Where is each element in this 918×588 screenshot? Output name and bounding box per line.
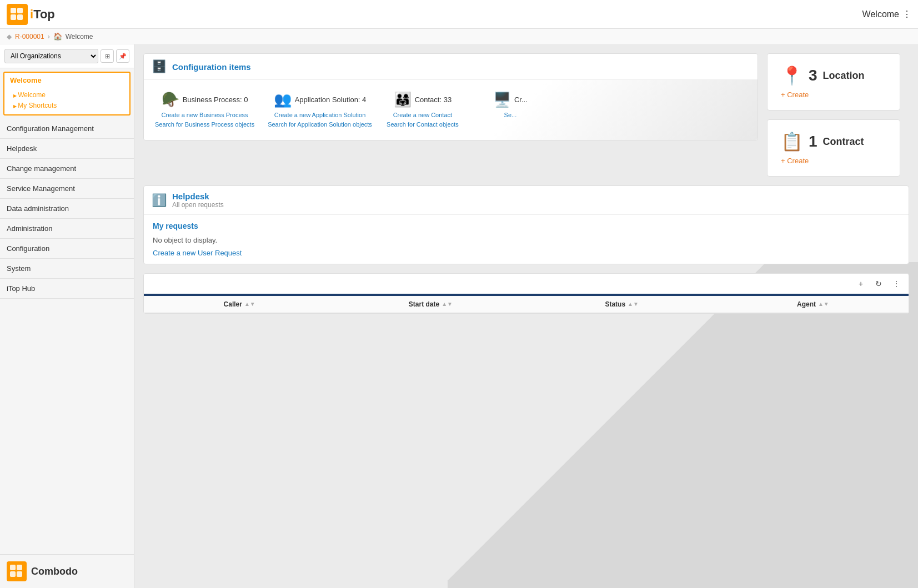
sidebar-welcome-title[interactable]: Welcome bbox=[4, 73, 129, 88]
contract-icon: 📋 bbox=[781, 131, 803, 152]
sidebar-item-change-management[interactable]: Change management bbox=[0, 159, 134, 179]
table-toolbar: + ↻ ⋮ bbox=[144, 274, 909, 294]
svg-rect-0 bbox=[11, 8, 16, 13]
ci-partial: 🖥️ Cr... Se... bbox=[469, 87, 552, 133]
breadcrumb-nav-icon: ◆ bbox=[7, 33, 12, 41]
ci-bp-links: Create a new Business Process Search for… bbox=[155, 110, 254, 129]
col-agent-label: Agent bbox=[797, 300, 816, 308]
table-menu-btn[interactable]: ⋮ bbox=[890, 277, 903, 290]
breadcrumb-welcome: Welcome bbox=[66, 33, 93, 41]
ci-bp-create-link[interactable]: Create a new Business Process bbox=[155, 110, 254, 120]
col-status-sort: ▲▼ bbox=[628, 301, 639, 307]
ci-as-search-link[interactable]: Search for Application Solution objects bbox=[268, 120, 372, 129]
col-status[interactable]: Status ▲▼ bbox=[526, 300, 718, 308]
helpdesk-icon: ℹ️ bbox=[152, 193, 167, 208]
col-status-label: Status bbox=[605, 300, 625, 308]
no-objects-text: No object to display. bbox=[153, 236, 900, 244]
col-caller-sort: ▲▼ bbox=[244, 301, 255, 307]
ci-bp-label: Business Process: 0 bbox=[183, 96, 248, 104]
logo-area: iTop bbox=[7, 4, 55, 25]
ci-partial-top: 🖥️ Cr... bbox=[493, 91, 528, 108]
contract-tile: 📋 1 Contract + Create bbox=[767, 119, 900, 177]
location-tile: 📍 3 Location + Create bbox=[767, 53, 900, 110]
combodo-logo-icon bbox=[7, 561, 27, 581]
breadcrumb-home-icon: 🏠 bbox=[53, 32, 62, 41]
welcome-top-label: Welcome bbox=[862, 9, 899, 19]
config-items-header: 🗄️ Configuration items bbox=[144, 54, 758, 80]
table-add-btn[interactable]: + bbox=[854, 277, 867, 290]
sidebar-item-configuration[interactable]: Configuration bbox=[0, 239, 134, 259]
col-caller-label: Caller bbox=[224, 300, 242, 308]
ci-as-links: Create a new Application Solution Search… bbox=[268, 110, 372, 129]
sidebar-item-itop-hub[interactable]: iTop Hub bbox=[0, 279, 134, 299]
logo-text: iTop bbox=[30, 7, 55, 22]
sidebar-item-helpdesk[interactable]: Helpdesk bbox=[0, 139, 134, 159]
helpdesk-titles: Helpdesk All open requests bbox=[172, 192, 224, 209]
location-label: Location bbox=[823, 70, 865, 82]
top-header: iTop Welcome ⋮ bbox=[0, 0, 918, 29]
contract-count: 1 bbox=[809, 133, 817, 150]
svg-rect-1 bbox=[17, 8, 23, 13]
svg-rect-3 bbox=[17, 14, 23, 20]
ci-as-icon: 👥 bbox=[274, 91, 292, 108]
content-inner: 🗄️ Configuration items 🪖 Business Proces… bbox=[143, 53, 909, 314]
helpdesk-title: Helpdesk bbox=[172, 192, 224, 201]
col-start-date-label: Start date bbox=[409, 300, 439, 308]
col-caller[interactable]: Caller ▲▼ bbox=[144, 300, 335, 308]
col-start-date[interactable]: Start date ▲▼ bbox=[335, 300, 526, 308]
sidebar-item-system[interactable]: System bbox=[0, 259, 134, 279]
config-items-icon: 🗄️ bbox=[152, 59, 167, 74]
tiles-section: 📍 3 Location + Create 📋 1 Contract bbox=[767, 53, 909, 177]
ci-bp-icon: 🪖 bbox=[162, 91, 179, 108]
ci-contact-create-link[interactable]: Create a new Contact bbox=[387, 110, 459, 120]
ci-contact: 👨‍👩‍👧 Contact: 33 Create a new Contact S… bbox=[381, 87, 464, 133]
org-select[interactable]: All Organizations bbox=[4, 49, 98, 63]
table-headers: Caller ▲▼ Start date ▲▼ Status ▲▼ Agent … bbox=[144, 296, 909, 313]
main-layout: All Organizations ⊞ 📌 Welcome Welcome My… bbox=[0, 44, 918, 588]
sidebar-welcome-links: Welcome My Shortcuts bbox=[4, 88, 129, 114]
sidebar: All Organizations ⊞ 📌 Welcome Welcome My… bbox=[0, 44, 134, 588]
contract-create-link[interactable]: + Create bbox=[781, 157, 809, 165]
ci-bp-search-link[interactable]: Search for Business Process objects bbox=[155, 120, 254, 129]
ci-bp-top: 🪖 Business Process: 0 bbox=[162, 91, 248, 108]
my-requests-title: My requests bbox=[153, 222, 900, 230]
breadcrumb: ◆ R-000001 › 🏠 Welcome bbox=[0, 29, 918, 44]
org-tree-btn[interactable]: ⊞ bbox=[101, 49, 114, 63]
svg-rect-7 bbox=[17, 571, 22, 577]
welcome-menu-btn[interactable]: ⋮ bbox=[902, 9, 911, 19]
col-start-date-sort: ▲▼ bbox=[442, 301, 453, 307]
config-items-title: Configuration items bbox=[172, 62, 251, 72]
ci-partial-icon: 🖥️ bbox=[493, 91, 511, 108]
helpdesk-body: My requests No object to display. Create… bbox=[144, 215, 909, 264]
ci-as-create-link[interactable]: Create a new Application Solution bbox=[268, 110, 372, 120]
location-icon: 📍 bbox=[781, 65, 803, 86]
config-items-section: 🗄️ Configuration items 🪖 Business Proces… bbox=[143, 53, 758, 177]
sidebar-link-shortcuts[interactable]: My Shortcuts bbox=[13, 100, 124, 111]
requests-table-card: + ↻ ⋮ Caller ▲▼ Start date ▲▼ Status bbox=[143, 273, 909, 314]
col-agent-sort: ▲▼ bbox=[818, 301, 829, 307]
create-user-request-link[interactable]: Create a new User Request bbox=[153, 249, 242, 257]
content-area: 🗄️ Configuration items 🪖 Business Proces… bbox=[134, 44, 918, 588]
sidebar-item-config-management[interactable]: Configuration Management bbox=[0, 119, 134, 139]
location-create-link[interactable]: + Create bbox=[781, 91, 809, 99]
org-pin-btn[interactable]: 📌 bbox=[116, 49, 129, 63]
sidebar-item-service-management[interactable]: Service Management bbox=[0, 179, 134, 199]
svg-rect-4 bbox=[10, 565, 16, 570]
sidebar-link-welcome[interactable]: Welcome bbox=[13, 90, 124, 100]
breadcrumb-rid[interactable]: R-000001 bbox=[15, 33, 44, 41]
table-refresh-btn[interactable]: ↻ bbox=[872, 277, 885, 290]
col-agent[interactable]: Agent ▲▼ bbox=[718, 300, 909, 308]
ci-as-top: 👥 Application Solution: 4 bbox=[274, 91, 367, 108]
ci-partial-links: Se... bbox=[504, 110, 517, 120]
ci-partial-search-link[interactable]: Se... bbox=[504, 110, 517, 120]
ci-contact-label: Contact: 33 bbox=[415, 96, 452, 104]
ci-contact-search-link[interactable]: Search for Contact objects bbox=[387, 120, 459, 129]
sidebar-item-administration[interactable]: Administration bbox=[0, 219, 134, 239]
top-section: 🗄️ Configuration items 🪖 Business Proces… bbox=[143, 53, 909, 177]
svg-rect-2 bbox=[11, 14, 16, 20]
svg-rect-5 bbox=[17, 565, 22, 570]
ci-contact-icon: 👨‍👩‍👧 bbox=[394, 91, 412, 108]
combodo-branding: Combodo bbox=[0, 554, 134, 588]
ci-partial-label: Cr... bbox=[514, 96, 528, 104]
sidebar-item-data-administration[interactable]: Data administration bbox=[0, 199, 134, 219]
